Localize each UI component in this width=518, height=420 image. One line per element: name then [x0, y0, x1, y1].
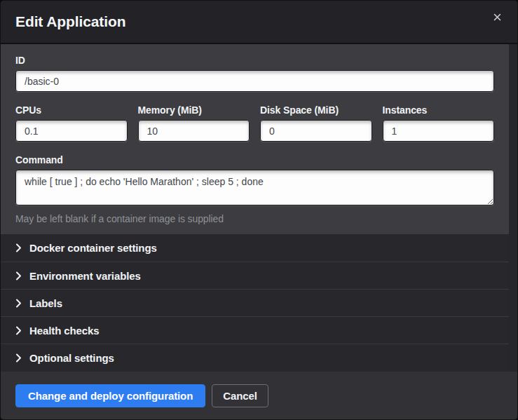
section-optional-settings[interactable]: Optional settings	[1, 344, 517, 371]
chevron-right-icon	[15, 299, 22, 308]
close-icon	[493, 13, 501, 21]
memory-input[interactable]	[138, 120, 250, 142]
id-label: ID	[15, 55, 494, 66]
chevron-right-icon	[15, 353, 22, 363]
id-input[interactable]	[15, 70, 494, 92]
scrollbar-track[interactable]	[509, 44, 517, 372]
disk-input[interactable]	[260, 120, 372, 142]
accordion-sections: Docker container settings Environment va…	[1, 234, 517, 372]
form-pane: ID CPUs Memory (MiB) Disk Space (MiB) In	[1, 44, 517, 234]
chevron-right-icon	[15, 243, 22, 252]
section-docker-container-settings[interactable]: Docker container settings	[1, 234, 517, 262]
command-textarea[interactable]: while [ true ] ; do echo 'Hello Marathon…	[15, 170, 494, 205]
resources-row: CPUs Memory (MiB) Disk Space (MiB) Insta…	[15, 104, 494, 142]
section-label: Health checks	[29, 325, 100, 337]
section-label: Docker container settings	[29, 242, 157, 254]
change-and-deploy-button[interactable]: Change and deploy configuration	[15, 384, 205, 407]
disk-label: Disk Space (MiB)	[260, 104, 372, 116]
close-button[interactable]	[491, 11, 504, 24]
instances-label: Instances	[383, 104, 495, 116]
modal-title: Edit Application	[15, 13, 125, 30]
modal-body: ID CPUs Memory (MiB) Disk Space (MiB) In	[1, 44, 517, 372]
memory-label: Memory (MiB)	[138, 104, 250, 116]
cpus-input[interactable]	[15, 120, 128, 142]
section-label: Labels	[29, 297, 62, 309]
section-environment-variables[interactable]: Environment variables	[1, 262, 517, 289]
section-health-checks[interactable]: Health checks	[1, 316, 517, 344]
section-label: Environment variables	[29, 270, 141, 282]
section-label: Optional settings	[29, 352, 114, 364]
cancel-button[interactable]: Cancel	[212, 384, 268, 407]
command-label: Command	[15, 154, 494, 165]
chevron-right-icon	[15, 271, 22, 280]
section-labels[interactable]: Labels	[1, 289, 517, 316]
modal-footer: Change and deploy configuration Cancel	[1, 372, 517, 419]
cpus-field-group: CPUs	[15, 104, 128, 142]
instances-input[interactable]	[383, 120, 495, 142]
cpus-label: CPUs	[15, 104, 128, 116]
disk-field-group: Disk Space (MiB)	[260, 104, 372, 142]
edit-application-modal: Edit Application ID CPUs Memory (MiB)	[0, 0, 518, 420]
id-field-group: ID	[15, 55, 494, 92]
modal-header: Edit Application	[1, 1, 517, 44]
chevron-right-icon	[15, 326, 22, 335]
memory-field-group: Memory (MiB)	[138, 104, 250, 142]
instances-field-group: Instances	[383, 104, 495, 142]
command-field-group: Command while [ true ] ; do echo 'Hello …	[15, 154, 494, 224]
command-help-text: May be left blank if a container image i…	[15, 213, 494, 224]
